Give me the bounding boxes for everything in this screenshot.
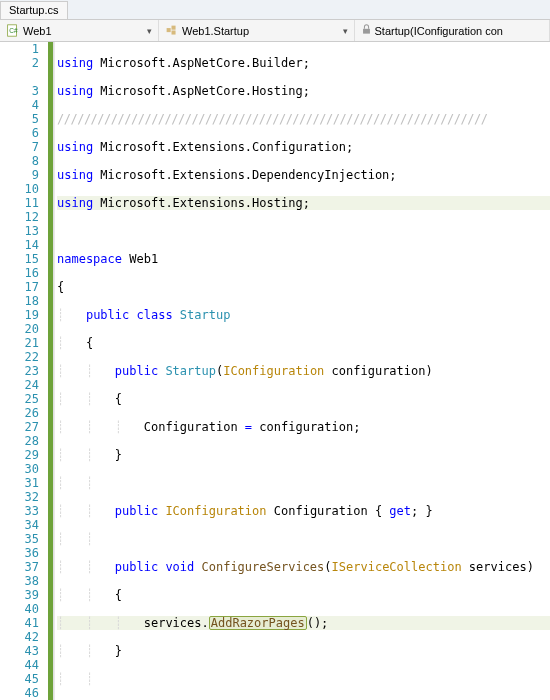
line-number: 17 xyxy=(0,280,39,294)
line-number: 43 xyxy=(0,644,39,658)
file-tab-label: Startup.cs xyxy=(9,4,59,16)
change-tracking-bar xyxy=(48,42,53,700)
line-number: 26 xyxy=(0,406,39,420)
navigation-bar: C# Web1 ▾ Web1.Startup ▾ Startup(IConfig… xyxy=(0,20,550,42)
document-tab-bar: Startup.cs xyxy=(0,0,550,20)
line-number: 3 xyxy=(0,84,39,98)
member-selector[interactable]: Startup(IConfiguration con xyxy=(355,20,551,41)
svg-rect-4 xyxy=(172,31,176,35)
line-number: 39 xyxy=(0,588,39,602)
code-area[interactable]: using Microsoft.AspNetCore.Builder; usin… xyxy=(54,42,550,700)
line-number: 8 xyxy=(0,154,39,168)
line-number: 5 xyxy=(0,112,39,126)
svg-rect-5 xyxy=(363,29,370,34)
line-number: 44 xyxy=(0,658,39,672)
line-number: 40 xyxy=(0,602,39,616)
class-icon xyxy=(165,24,178,37)
line-number: 18 xyxy=(0,294,39,308)
diff-highlight: AddRazorPages xyxy=(209,616,307,630)
line-number: 11 xyxy=(0,196,39,210)
line-number: 34 xyxy=(0,518,39,532)
line-number: 14 xyxy=(0,238,39,252)
line-number: 33 xyxy=(0,504,39,518)
line-number: 9 xyxy=(0,168,39,182)
lock-icon xyxy=(361,24,372,37)
file-tab[interactable]: Startup.cs xyxy=(0,1,68,19)
line-number: 13 xyxy=(0,224,39,238)
line-number: 35 xyxy=(0,532,39,546)
code-editor[interactable]: 1 2 3 4 5 6 7 8 9 10 11 12 13 14 15 16 1… xyxy=(0,42,550,700)
line-number: 37 xyxy=(0,560,39,574)
member-name: Startup(IConfiguration con xyxy=(375,25,503,37)
line-number-gutter: 1 2 3 4 5 6 7 8 9 10 11 12 13 14 15 16 1… xyxy=(0,42,54,700)
line-number: 41 xyxy=(0,616,39,630)
line-number: 23 xyxy=(0,364,39,378)
line-number: 36 xyxy=(0,546,39,560)
line-number: 25 xyxy=(0,392,39,406)
line-number: 22 xyxy=(0,350,39,364)
line-number: 12 xyxy=(0,210,39,224)
line-number: 21 xyxy=(0,336,39,350)
svg-text:C#: C# xyxy=(9,27,18,34)
line-number: 27 xyxy=(0,420,39,434)
svg-rect-3 xyxy=(172,26,176,30)
class-selector[interactable]: Web1.Startup ▾ xyxy=(159,20,355,41)
line-number: 1 xyxy=(0,42,39,56)
line-number: 31 xyxy=(0,476,39,490)
svg-rect-2 xyxy=(167,28,171,32)
line-number: 45 xyxy=(0,672,39,686)
line-number: 7 xyxy=(0,140,39,154)
line-number: 6 xyxy=(0,126,39,140)
csharp-project-icon: C# xyxy=(6,24,19,37)
line-number: 38 xyxy=(0,574,39,588)
line-number: 15 xyxy=(0,252,39,266)
line-number: 32 xyxy=(0,490,39,504)
line-number: 30 xyxy=(0,462,39,476)
line-number: 2 xyxy=(0,56,39,70)
line-number xyxy=(0,70,39,84)
line-number: 28 xyxy=(0,434,39,448)
line-number: 42 xyxy=(0,630,39,644)
chevron-down-icon: ▾ xyxy=(343,26,348,36)
line-number: 10 xyxy=(0,182,39,196)
line-number: 46 xyxy=(0,686,39,700)
line-number: 20 xyxy=(0,322,39,336)
line-number: 4 xyxy=(0,98,39,112)
line-number: 29 xyxy=(0,448,39,462)
line-number: 19 xyxy=(0,308,39,322)
class-name: Web1.Startup xyxy=(182,25,249,37)
project-name: Web1 xyxy=(23,25,52,37)
project-selector[interactable]: C# Web1 ▾ xyxy=(0,20,159,41)
chevron-down-icon: ▾ xyxy=(147,26,152,36)
line-number: 24 xyxy=(0,378,39,392)
line-number: 16 xyxy=(0,266,39,280)
